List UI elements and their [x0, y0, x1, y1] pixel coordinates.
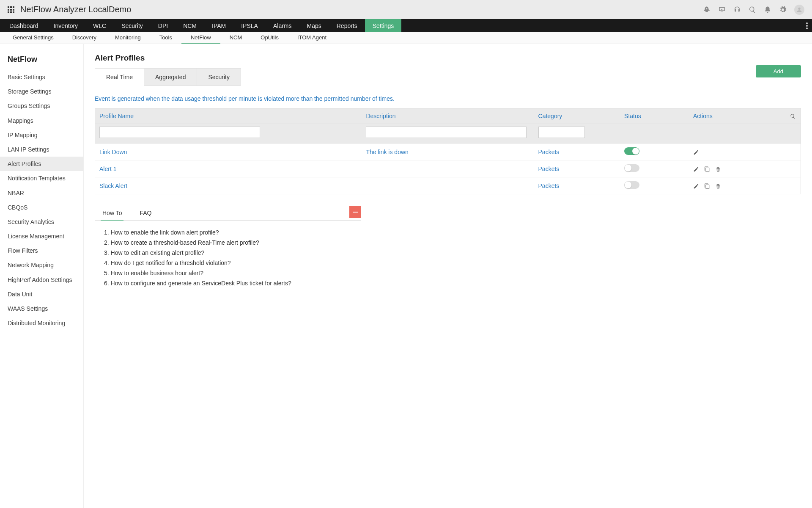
mainnav-item-security[interactable]: Security	[114, 19, 151, 32]
mainnav-more-icon[interactable]	[806, 19, 808, 32]
help-tab-faq[interactable]: FAQ	[138, 206, 153, 221]
cell-profile-name[interactable]: Alert 1	[95, 160, 362, 177]
subnav-item-general-settings[interactable]: General Settings	[3, 32, 63, 44]
sidebar-item-nbar[interactable]: NBAR	[0, 186, 83, 200]
subnav-item-netflow[interactable]: NetFlow	[181, 32, 220, 44]
edit-icon[interactable]	[693, 149, 699, 155]
sidebar-item-highperf-addon-settings[interactable]: HighPerf Addon Settings	[0, 273, 83, 287]
sidebar-item-waas-settings[interactable]: WAAS Settings	[0, 301, 83, 316]
subnav-item-itom-agent[interactable]: ITOM Agent	[288, 32, 336, 44]
help-box: How ToFAQ 1. How to enable the link down…	[95, 206, 361, 295]
filter-category[interactable]	[538, 127, 585, 138]
sidebar-item-lan-ip-settings[interactable]: LAN IP Settings	[0, 142, 83, 157]
sidebar-item-mappings[interactable]: Mappings	[0, 113, 83, 128]
copy-icon[interactable]	[704, 183, 710, 189]
edit-icon[interactable]	[693, 166, 699, 172]
tab-security[interactable]: Security	[197, 68, 241, 86]
sidebar-item-alert-profiles[interactable]: Alert Profiles	[0, 157, 83, 171]
delete-icon[interactable]	[715, 166, 721, 172]
mainnav-item-maps[interactable]: Maps	[299, 19, 329, 32]
status-toggle[interactable]	[624, 164, 639, 172]
app-grid-icon[interactable]	[8, 6, 14, 13]
help-collapse-button[interactable]	[349, 206, 361, 218]
column-search-icon[interactable]	[790, 113, 796, 119]
cell-profile-name[interactable]: Slack Alert	[95, 177, 362, 194]
mainnav: DashboardInventoryWLCSecurityDPINCMIPAMI…	[0, 19, 812, 32]
sidebar: NetFlow Basic SettingsStorage SettingsGr…	[0, 44, 84, 508]
table-row: Alert 1Packets	[95, 160, 801, 177]
sidebar-item-ip-mapping[interactable]: IP Mapping	[0, 128, 83, 142]
sidebar-item-network-mapping[interactable]: Network Mapping	[0, 258, 83, 272]
copy-icon[interactable]	[704, 166, 710, 172]
tab-real-time[interactable]: Real Time	[95, 68, 144, 86]
th-description[interactable]: Description	[362, 108, 534, 124]
mainnav-item-reports[interactable]: Reports	[329, 19, 365, 32]
topbar-left: NetFlow Analyzer LocalDemo	[8, 5, 131, 14]
sidebar-item-security-analytics[interactable]: Security Analytics	[0, 215, 83, 229]
help-item[interactable]: 4. How do I get notified for a threshold…	[104, 258, 352, 268]
help-tabs: How ToFAQ	[95, 206, 361, 221]
sidebar-item-basic-settings[interactable]: Basic Settings	[0, 70, 83, 84]
tab-aggregated[interactable]: Aggregated	[144, 68, 197, 86]
add-button[interactable]: Add	[756, 65, 801, 77]
subnav-item-ncm[interactable]: NCM	[220, 32, 252, 44]
sidebar-item-distributed-monitoring[interactable]: Distributed Monitoring	[0, 316, 83, 330]
table-row: Slack AlertPackets	[95, 177, 801, 194]
sidebar-item-flow-filters[interactable]: Flow Filters	[0, 243, 83, 258]
info-text: Event is generated when the data usage t…	[95, 95, 801, 102]
filter-profile-name[interactable]	[99, 127, 260, 138]
help-item[interactable]: 2. How to create a threshold-based Real-…	[104, 237, 352, 248]
gear-icon[interactable]	[779, 6, 787, 14]
mainnav-item-dpi[interactable]: DPI	[151, 19, 176, 32]
status-toggle[interactable]	[624, 181, 639, 189]
th-profile-name[interactable]: Profile Name	[95, 108, 362, 124]
cell-category: Packets	[534, 160, 620, 177]
sidebar-item-storage-settings[interactable]: Storage Settings	[0, 84, 83, 99]
help-tab-how-to[interactable]: How To	[101, 206, 123, 221]
topbar: NetFlow Analyzer LocalDemo	[0, 0, 812, 19]
page-header: Alert Profiles Real TimeAggregatedSecuri…	[95, 53, 801, 95]
sidebar-item-notification-templates[interactable]: Notification Templates	[0, 171, 83, 185]
status-toggle[interactable]	[624, 147, 639, 155]
cell-category: Packets	[534, 144, 620, 160]
mainnav-item-alarms[interactable]: Alarms	[266, 19, 299, 32]
svg-point-0	[806, 22, 808, 24]
mainnav-item-ncm[interactable]: NCM	[176, 19, 204, 32]
cell-actions	[689, 160, 801, 177]
search-icon[interactable]	[749, 6, 756, 14]
sidebar-item-groups-settings[interactable]: Groups Settings	[0, 99, 83, 113]
layout: NetFlow Basic SettingsStorage SettingsGr…	[0, 44, 812, 508]
th-status[interactable]: Status	[620, 108, 689, 124]
delete-icon[interactable]	[715, 183, 721, 189]
help-item[interactable]: 6. How to configure and generate an Serv…	[104, 278, 352, 288]
app-title: NetFlow Analyzer LocalDemo	[20, 5, 131, 14]
help-item[interactable]: 5. How to enable business hour alert?	[104, 268, 352, 278]
th-actions: Actions	[689, 108, 801, 124]
topbar-right	[703, 5, 804, 15]
filter-description[interactable]	[366, 127, 527, 138]
subnav-item-discovery[interactable]: Discovery	[63, 32, 106, 44]
sidebar-item-license-management[interactable]: License Management	[0, 229, 83, 243]
avatar[interactable]	[794, 5, 804, 15]
subnav-item-oputils[interactable]: OpUtils	[251, 32, 288, 44]
th-category[interactable]: Category	[534, 108, 620, 124]
help-item[interactable]: 3. How to edit an existing alert profile…	[104, 248, 352, 258]
edit-icon[interactable]	[693, 183, 699, 189]
bell-icon[interactable]	[764, 6, 771, 14]
subnav: General SettingsDiscoveryMonitoringTools…	[0, 32, 812, 44]
mainnav-item-ipam[interactable]: IPAM	[204, 19, 233, 32]
rocket-icon[interactable]	[703, 6, 710, 14]
sidebar-item-cbqos[interactable]: CBQoS	[0, 200, 83, 215]
mainnav-item-wlc[interactable]: WLC	[85, 19, 114, 32]
presentation-icon[interactable]	[718, 6, 726, 14]
mainnav-item-dashboard[interactable]: Dashboard	[2, 19, 46, 32]
subnav-item-tools[interactable]: Tools	[150, 32, 181, 44]
mainnav-item-inventory[interactable]: Inventory	[46, 19, 86, 32]
help-item[interactable]: 1. How to enable the link down alert pro…	[104, 227, 352, 237]
sidebar-item-data-unit[interactable]: Data Unit	[0, 287, 83, 301]
headset-icon[interactable]	[733, 6, 741, 14]
mainnav-item-ipsla[interactable]: IPSLA	[233, 19, 266, 32]
subnav-item-monitoring[interactable]: Monitoring	[106, 32, 150, 44]
cell-profile-name[interactable]: Link Down	[95, 144, 362, 160]
mainnav-item-settings[interactable]: Settings	[365, 19, 402, 32]
